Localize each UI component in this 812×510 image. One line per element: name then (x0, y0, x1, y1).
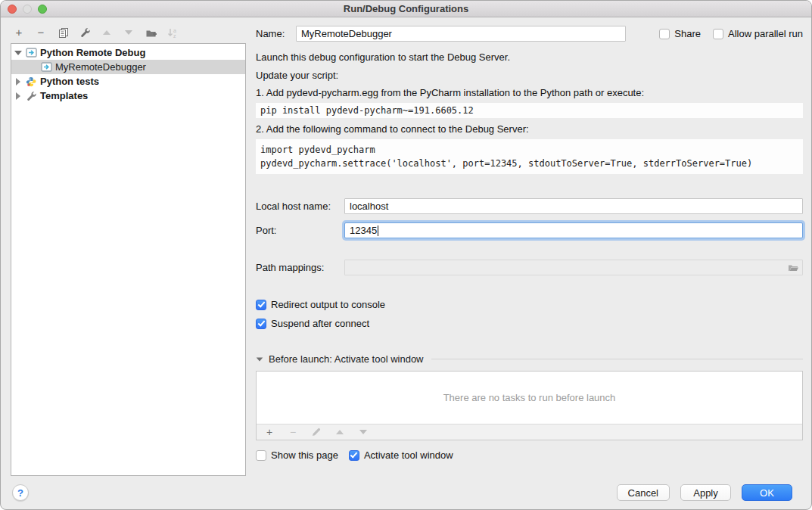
port-input[interactable]: 12345 (344, 222, 803, 238)
window-title: Run/Debug Configurations (344, 3, 468, 14)
allow-parallel-run-checkbox-row[interactable]: Allow parallel run (713, 28, 803, 39)
help-question-icon: ? (17, 487, 23, 499)
python-icon (25, 76, 37, 88)
page-options-row: Show this page Activate tool window (256, 449, 803, 461)
remove-configuration-button[interactable]: − (35, 26, 47, 39)
instruction-line-2: Update your script: (256, 69, 803, 82)
suspend-after-connect-checkbox-row[interactable]: Suspend after connect (256, 318, 803, 329)
run-config-icon (40, 61, 52, 73)
share-checkbox[interactable] (659, 29, 670, 39)
edit-templates-wrench-icon[interactable] (79, 26, 91, 39)
collapse-section-arrow-icon[interactable] (257, 357, 263, 361)
port-label: Port: (256, 225, 344, 236)
allow-parallel-run-checkbox[interactable] (713, 29, 723, 39)
configurations-tree: Python Remote Debug MyRemoteDebugger Pyt… (11, 43, 246, 476)
browse-folder-icon[interactable] (787, 262, 799, 274)
tree-item-myremotedebugger-selected[interactable]: MyRemoteDebugger (11, 60, 245, 74)
pip-install-command: pip install pydevd-pycharm~=191.6605.12 (256, 103, 803, 118)
name-row: Name: Share Allow parallel run (256, 26, 803, 42)
move-down-icon[interactable] (123, 26, 135, 39)
collapse-arrow-icon[interactable] (11, 92, 25, 100)
move-task-down-icon[interactable] (357, 426, 369, 438)
tree-item-python-remote-debug[interactable]: Python Remote Debug (11, 45, 245, 60)
suspend-after-connect-label: Suspend after connect (271, 318, 369, 329)
configuration-form: Name: Share Allow parallel run Launch th… (256, 26, 803, 461)
add-configuration-button[interactable]: + (13, 26, 25, 39)
add-task-button[interactable]: + (263, 426, 275, 438)
edit-task-pencil-icon[interactable] (310, 426, 322, 438)
redirect-output-checkbox-row[interactable]: Redirect output to console (256, 299, 803, 310)
expand-arrow-icon[interactable] (11, 51, 25, 55)
tree-item-python-tests[interactable]: Python tests (11, 74, 245, 89)
settrace-code-block: import pydevd_pycharm pydevd_pycharm.set… (256, 139, 803, 174)
local-host-input[interactable] (344, 198, 803, 214)
remove-task-button[interactable]: − (287, 426, 299, 438)
share-checkbox-row[interactable]: Share (659, 28, 701, 39)
allow-parallel-run-label: Allow parallel run (728, 28, 803, 39)
text-caret (378, 225, 378, 236)
redirect-output-label: Redirect output to console (271, 299, 385, 310)
tasks-empty-message: There are no tasks to run before launch (257, 372, 802, 424)
activate-tool-window-checkbox[interactable] (349, 450, 359, 461)
path-mappings-input[interactable] (344, 260, 803, 275)
run-config-icon (25, 47, 37, 59)
name-label: Name: (256, 28, 296, 39)
help-button[interactable]: ? (12, 484, 29, 501)
instruction-line-1: Launch this debug configuration to start… (256, 51, 803, 64)
svg-text:a: a (173, 28, 176, 33)
activate-tool-window-label: Activate tool window (364, 449, 453, 461)
apply-button[interactable]: Apply (680, 484, 731, 501)
share-label: Share (674, 28, 701, 39)
before-launch-title: Before launch: Activate tool window (269, 353, 424, 365)
name-input[interactable] (296, 26, 626, 42)
collapse-arrow-icon[interactable] (11, 78, 25, 86)
wrench-icon (25, 90, 37, 102)
local-host-label: Local host name: (256, 201, 344, 212)
ok-button[interactable]: OK (742, 484, 792, 501)
run-debug-configurations-dialog: Run/Debug Configurations + − az Python R… (0, 0, 812, 510)
copy-configuration-icon[interactable] (57, 26, 69, 39)
show-this-page-label: Show this page (271, 449, 338, 461)
activate-tool-window-checkbox-row[interactable]: Activate tool window (349, 449, 453, 461)
move-up-icon[interactable] (101, 26, 113, 39)
redirect-output-checkbox[interactable] (256, 300, 266, 310)
close-window-button[interactable] (8, 5, 17, 14)
suspend-after-connect-checkbox[interactable] (256, 319, 266, 329)
local-host-row: Local host name: (256, 198, 803, 214)
cancel-button[interactable]: Cancel (617, 484, 670, 501)
show-this-page-checkbox-row[interactable]: Show this page (256, 449, 338, 461)
show-this-page-checkbox[interactable] (256, 450, 266, 461)
svg-text:z: z (173, 33, 176, 39)
before-launch-tasks-panel: There are no tasks to run before launch … (256, 371, 803, 440)
before-launch-header[interactable]: Before launch: Activate tool window (256, 353, 803, 365)
title-bar: Run/Debug Configurations (1, 1, 811, 17)
minimize-window-button[interactable] (23, 5, 32, 14)
path-mappings-label: Path mappings: (256, 262, 344, 273)
new-folder-icon[interactable] (145, 26, 157, 39)
instruction-step-2: 2. Add the following command to connect … (256, 123, 803, 135)
tree-item-templates[interactable]: Templates (11, 89, 245, 103)
section-divider (431, 359, 803, 359)
path-mappings-row: Path mappings: (256, 260, 803, 275)
move-task-up-icon[interactable] (334, 426, 346, 438)
configurations-toolbar: + − az (13, 25, 179, 40)
tasks-toolbar: + − (257, 424, 802, 440)
zoom-window-button[interactable] (38, 5, 47, 14)
instruction-step-1: 1. Add pydevd-pycharm.egg from the PyCha… (256, 86, 803, 99)
sort-alphabetically-icon[interactable]: az (166, 26, 179, 39)
dialog-buttons: Cancel Apply OK (617, 484, 792, 501)
port-row: Port: 12345 (256, 222, 803, 238)
